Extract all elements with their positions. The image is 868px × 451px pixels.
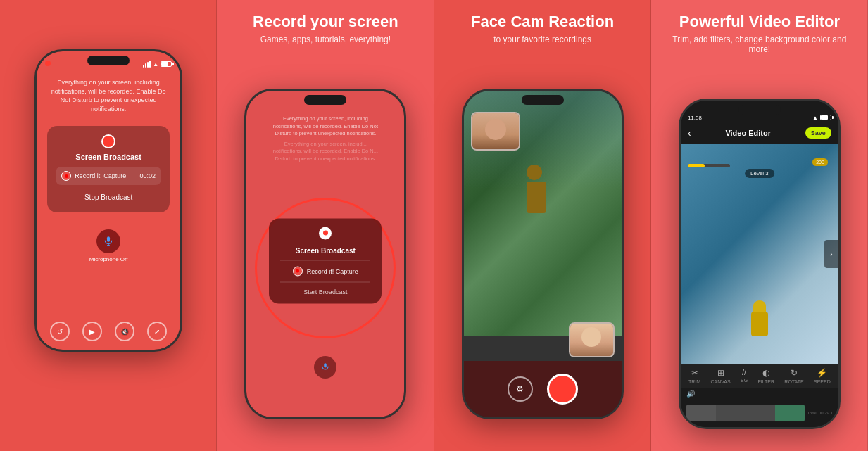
panel-3-subtitle: to your favorite recordings (471, 34, 614, 44)
editor-title: Video Editor (725, 129, 771, 137)
tool-rotate[interactable]: ↻ ROTATE (784, 368, 803, 384)
p4-time: 11:58 (688, 115, 702, 121)
mic-circle-bottom[interactable] (314, 356, 336, 379)
back-arrow[interactable]: ‹ (688, 127, 691, 139)
phone-screen-4: 11:58 ▲ ‹ Video Editor Save (681, 101, 838, 427)
save-button[interactable]: Save (805, 127, 831, 139)
record-capture-text: Record it! Capture (75, 172, 126, 179)
tool-bg[interactable]: // BG (741, 368, 748, 384)
editor-top-bar: ‹ Video Editor Save (681, 122, 838, 144)
filter-icon: ◐ (762, 368, 769, 378)
p4-wifi-icon: ▲ (812, 115, 818, 121)
play-icon[interactable]: ▶ (82, 322, 102, 341)
tool-canvas[interactable]: ⊞ CANVAS (710, 368, 730, 384)
phone-screen-1: ▲ Everything on your screen, including n… (37, 51, 180, 350)
screen-broadcast-label: Screen Broadcast (56, 153, 161, 161)
menu-divider-2 (280, 281, 370, 282)
menu-record-icon (319, 227, 332, 239)
face-cam-person-2 (570, 324, 613, 356)
mic-label: Microphone Off (89, 256, 128, 262)
game-soldier (527, 165, 562, 221)
level-badge: Level 3 (745, 169, 774, 178)
rotate-icon: ↻ (791, 368, 798, 378)
menu-rec-icon (293, 266, 303, 276)
editor-preview: Level 3 200 › (681, 144, 838, 364)
timeline-bar[interactable] (686, 405, 805, 421)
progress-bar-area (688, 164, 730, 167)
phone-mockup-1: ▲ Everything on your screen, including n… (34, 49, 182, 352)
soldier-body (527, 182, 546, 213)
menu-divider-1 (280, 260, 370, 260)
record-icon-1 (101, 134, 115, 148)
soldier-head (527, 165, 542, 180)
svg-rect-3 (325, 364, 327, 368)
record-red-button[interactable] (547, 374, 578, 405)
nav-arrow-right[interactable]: › (824, 240, 838, 268)
timer-text: 00:02 (140, 172, 156, 179)
refresh-icon[interactable]: ↺ (50, 322, 70, 341)
bg-label: BG (741, 378, 748, 383)
filter-label: FILTER (757, 379, 774, 384)
panel-3-title: Face Cam Reaction (471, 13, 614, 31)
game-bottom-bar: ⚙ (464, 361, 622, 417)
speed-label: SPEED (814, 379, 831, 384)
panel-2-title: Record your screen (253, 13, 398, 31)
phone2-text-1: Everything on your screen, includingnoti… (260, 115, 390, 138)
rotate-label: ROTATE (784, 379, 803, 384)
progress-bar (688, 164, 730, 167)
face-cam-person-1 (472, 113, 519, 149)
editor-character (746, 300, 774, 343)
panel-4-subtitle: Trim, add filters, change background col… (662, 34, 857, 54)
dynamic-island-1 (87, 56, 130, 65)
mic-icon-2 (320, 362, 330, 372)
menu-start-broadcast[interactable]: Start Broadcast (303, 288, 347, 295)
p4-battery-icon (820, 115, 831, 120)
speaker-icon[interactable]: 🔊 (686, 390, 695, 398)
dynamic-island-2 (304, 95, 346, 105)
phone-screen-3: ⚙ (464, 91, 622, 417)
face-cam-top (471, 112, 520, 151)
timeline-segment-3 (775, 405, 805, 421)
timeline-time: Total: 00:29.1 (807, 411, 833, 415)
stop-broadcast-btn[interactable]: Stop Broadcast (56, 191, 161, 204)
char-body (751, 312, 768, 336)
panel-2-subtitle: Games, apps, tutorials, everything! (253, 34, 398, 44)
p4-status-icons: ▲ (812, 115, 831, 121)
panel-4-title: Powerful Video Editor (662, 13, 857, 31)
expand-icon[interactable]: ⤢ (147, 322, 167, 341)
panel-2-header: Record your screen Games, apps, tutorial… (241, 0, 410, 50)
panel-3-header: Face Cam Reaction to your favorite recor… (460, 0, 625, 50)
mic-icon-circle (96, 229, 120, 253)
signal-icon (143, 61, 151, 68)
timeline-segment-2 (716, 405, 775, 421)
tool-speed[interactable]: ⚡ SPEED (814, 368, 831, 384)
panel-2: Record your screen Games, apps, tutorial… (217, 0, 434, 451)
mute-icon[interactable]: 🔇 (115, 322, 134, 341)
menu-record-capture: Record it! Capture (307, 267, 358, 274)
panel-4-header: Powerful Video Editor Trim, add filters,… (651, 0, 868, 60)
phone-1-content: Everything on your screen, including not… (37, 71, 180, 262)
broadcast-box: Screen Broadcast Record it! Capture 00:0… (47, 126, 170, 212)
face-head-2 (581, 327, 601, 347)
panel-4: Powerful Video Editor Trim, add filters,… (651, 0, 868, 451)
face-head-1 (485, 119, 506, 140)
bg-icon: // (742, 368, 746, 376)
mic-section: Microphone Off (89, 229, 128, 262)
tool-trim[interactable]: ✂ TRIM (688, 368, 700, 384)
dynamic-island-3 (522, 95, 564, 105)
phone2-text-2: Everything on your screen, includ...noti… (260, 141, 390, 163)
trim-label: TRIM (688, 379, 700, 384)
battery-icon (161, 61, 172, 67)
svg-rect-0 (107, 237, 110, 242)
phone-bottom-bar: ↺ ▶ 🔇 ⤢ (37, 322, 180, 341)
canvas-label: CANVAS (710, 379, 730, 384)
dynamic-island-4 (738, 105, 781, 115)
settings-icon[interactable]: ⚙ (508, 376, 533, 402)
phone-mockup-4: 11:58 ▲ ‹ Video Editor Save (679, 99, 841, 429)
coin-badge: 200 (812, 158, 828, 166)
face-cam-bottom (569, 322, 615, 357)
status-icons-1: ▲ (143, 61, 172, 68)
menu-screen-broadcast: Screen Broadcast (296, 246, 356, 254)
editor-game-content: Level 3 200 (681, 144, 838, 364)
tool-filter[interactable]: ◐ FILTER (757, 368, 774, 384)
